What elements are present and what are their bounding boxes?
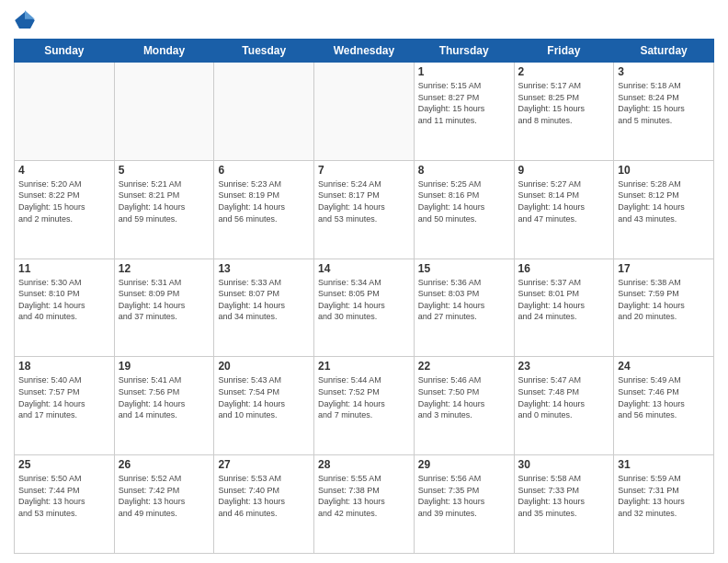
day-number: 10 [618,164,710,177]
day-cell [314,63,415,161]
day-header-sunday: Sunday [15,40,115,63]
day-info: Sunrise: 5:25 AM Sunset: 8:16 PM Dayligh… [418,178,510,224]
day-number: 8 [418,164,510,177]
day-cell: 2Sunrise: 5:17 AM Sunset: 8:25 PM Daylig… [514,63,614,161]
day-cell: 1Sunrise: 5:15 AM Sunset: 8:27 PM Daylig… [414,63,514,161]
day-cell: 13Sunrise: 5:33 AM Sunset: 8:07 PM Dayli… [214,259,314,357]
day-info: Sunrise: 5:46 AM Sunset: 7:50 PM Dayligh… [418,374,510,420]
day-info: Sunrise: 5:50 AM Sunset: 7:44 PM Dayligh… [18,473,110,519]
day-number: 21 [318,360,410,373]
day-number: 14 [318,262,410,275]
day-info: Sunrise: 5:58 AM Sunset: 7:33 PM Dayligh… [518,473,610,519]
day-number: 20 [218,360,310,373]
day-number: 30 [518,458,610,471]
day-header-monday: Monday [114,40,214,63]
day-info: Sunrise: 5:36 AM Sunset: 8:03 PM Dayligh… [418,277,510,323]
calendar-week-row: 25Sunrise: 5:50 AM Sunset: 7:44 PM Dayli… [15,455,714,554]
generalblue-logo-icon [14,9,36,31]
day-cell: 11Sunrise: 5:30 AM Sunset: 8:10 PM Dayli… [15,259,115,357]
day-info: Sunrise: 5:59 AM Sunset: 7:31 PM Dayligh… [618,473,710,519]
day-cell: 14Sunrise: 5:34 AM Sunset: 8:05 PM Dayli… [314,259,415,357]
calendar-week-row: 18Sunrise: 5:40 AM Sunset: 7:57 PM Dayli… [15,357,714,455]
day-info: Sunrise: 5:17 AM Sunset: 8:25 PM Dayligh… [518,80,610,126]
day-number: 19 [119,360,210,373]
day-header-wednesday: Wednesday [314,40,415,63]
day-number: 23 [518,360,610,373]
day-number: 13 [218,262,310,275]
calendar-week-row: 11Sunrise: 5:30 AM Sunset: 8:10 PM Dayli… [15,259,714,357]
day-number: 28 [318,458,410,471]
day-cell: 3Sunrise: 5:18 AM Sunset: 8:24 PM Daylig… [614,63,714,161]
day-number: 12 [119,262,210,275]
day-number: 2 [518,65,610,78]
day-number: 25 [18,458,110,471]
day-cell: 29Sunrise: 5:56 AM Sunset: 7:35 PM Dayli… [414,455,514,554]
day-number: 22 [418,360,510,373]
day-cell: 12Sunrise: 5:31 AM Sunset: 8:09 PM Dayli… [114,259,214,357]
day-info: Sunrise: 5:27 AM Sunset: 8:14 PM Dayligh… [518,178,610,224]
day-info: Sunrise: 5:21 AM Sunset: 8:21 PM Dayligh… [119,178,210,224]
header [14,9,714,31]
day-cell [15,63,115,161]
day-cell: 6Sunrise: 5:23 AM Sunset: 8:19 PM Daylig… [214,160,314,259]
day-cell: 31Sunrise: 5:59 AM Sunset: 7:31 PM Dayli… [614,455,714,554]
day-cell: 10Sunrise: 5:28 AM Sunset: 8:12 PM Dayli… [614,160,714,259]
day-cell: 9Sunrise: 5:27 AM Sunset: 8:14 PM Daylig… [514,160,614,259]
day-cell: 21Sunrise: 5:44 AM Sunset: 7:52 PM Dayli… [314,357,415,455]
day-number: 1 [418,65,510,78]
day-cell: 24Sunrise: 5:49 AM Sunset: 7:46 PM Dayli… [614,357,714,455]
day-number: 27 [218,458,310,471]
day-cell: 19Sunrise: 5:41 AM Sunset: 7:56 PM Dayli… [114,357,214,455]
day-info: Sunrise: 5:24 AM Sunset: 8:17 PM Dayligh… [318,178,410,224]
day-info: Sunrise: 5:20 AM Sunset: 8:22 PM Dayligh… [18,178,110,224]
day-number: 5 [119,164,210,177]
day-info: Sunrise: 5:28 AM Sunset: 8:12 PM Dayligh… [618,178,710,224]
page: SundayMondayTuesdayWednesdayThursdayFrid… [0,0,728,563]
day-info: Sunrise: 5:40 AM Sunset: 7:57 PM Dayligh… [18,374,110,420]
day-cell: 30Sunrise: 5:58 AM Sunset: 7:33 PM Dayli… [514,455,614,554]
day-cell: 5Sunrise: 5:21 AM Sunset: 8:21 PM Daylig… [114,160,214,259]
day-info: Sunrise: 5:34 AM Sunset: 8:05 PM Dayligh… [318,277,410,323]
day-number: 31 [618,458,710,471]
calendar-week-row: 1Sunrise: 5:15 AM Sunset: 8:27 PM Daylig… [15,63,714,161]
day-number: 26 [119,458,210,471]
day-info: Sunrise: 5:41 AM Sunset: 7:56 PM Dayligh… [119,374,210,420]
day-cell: 20Sunrise: 5:43 AM Sunset: 7:54 PM Dayli… [214,357,314,455]
day-number: 4 [18,164,110,177]
day-number: 7 [318,164,410,177]
day-cell: 4Sunrise: 5:20 AM Sunset: 8:22 PM Daylig… [15,160,115,259]
calendar-table: SundayMondayTuesdayWednesdayThursdayFrid… [14,39,714,554]
day-number: 11 [18,262,110,275]
day-info: Sunrise: 5:37 AM Sunset: 8:01 PM Dayligh… [518,277,610,323]
day-info: Sunrise: 5:49 AM Sunset: 7:46 PM Dayligh… [618,374,710,420]
day-cell: 7Sunrise: 5:24 AM Sunset: 8:17 PM Daylig… [314,160,415,259]
day-number: 9 [518,164,610,177]
day-number: 6 [218,164,310,177]
day-number: 18 [18,360,110,373]
day-header-thursday: Thursday [414,40,514,63]
day-info: Sunrise: 5:47 AM Sunset: 7:48 PM Dayligh… [518,374,610,420]
day-cell: 27Sunrise: 5:53 AM Sunset: 7:40 PM Dayli… [214,455,314,554]
day-cell [114,63,214,161]
day-cell: 17Sunrise: 5:38 AM Sunset: 7:59 PM Dayli… [614,259,714,357]
day-cell: 23Sunrise: 5:47 AM Sunset: 7:48 PM Dayli… [514,357,614,455]
day-info: Sunrise: 5:56 AM Sunset: 7:35 PM Dayligh… [418,473,510,519]
day-info: Sunrise: 5:44 AM Sunset: 7:52 PM Dayligh… [318,374,410,420]
calendar-header-row: SundayMondayTuesdayWednesdayThursdayFrid… [15,40,714,63]
day-cell: 8Sunrise: 5:25 AM Sunset: 8:16 PM Daylig… [414,160,514,259]
day-cell [214,63,314,161]
day-info: Sunrise: 5:30 AM Sunset: 8:10 PM Dayligh… [18,277,110,323]
day-header-saturday: Saturday [614,40,714,63]
day-cell: 26Sunrise: 5:52 AM Sunset: 7:42 PM Dayli… [114,455,214,554]
day-cell: 28Sunrise: 5:55 AM Sunset: 7:38 PM Dayli… [314,455,415,554]
calendar-week-row: 4Sunrise: 5:20 AM Sunset: 8:22 PM Daylig… [15,160,714,259]
day-info: Sunrise: 5:52 AM Sunset: 7:42 PM Dayligh… [119,473,210,519]
day-cell: 18Sunrise: 5:40 AM Sunset: 7:57 PM Dayli… [15,357,115,455]
day-info: Sunrise: 5:43 AM Sunset: 7:54 PM Dayligh… [218,374,310,420]
day-number: 15 [418,262,510,275]
day-cell: 16Sunrise: 5:37 AM Sunset: 8:01 PM Dayli… [514,259,614,357]
day-info: Sunrise: 5:18 AM Sunset: 8:24 PM Dayligh… [618,80,710,126]
day-header-tuesday: Tuesday [214,40,314,63]
day-number: 16 [518,262,610,275]
day-info: Sunrise: 5:55 AM Sunset: 7:38 PM Dayligh… [318,473,410,519]
